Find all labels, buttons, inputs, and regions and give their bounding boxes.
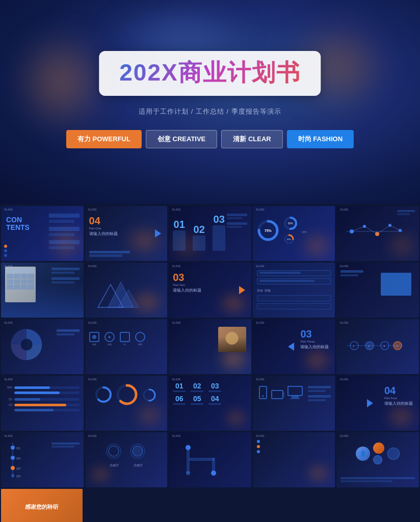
grid-row-5: SLIDE Q1 Q3 Q4 Q5 [1,432,419,487]
hero-blur-left [15,31,107,133]
thumb-r3t3[interactable]: SLIDE [169,319,251,374]
tag-creative[interactable]: 创意 CREATIVE [146,130,217,148]
hero-tags: 有力 POWERFUL 创意 CREATIVE 清新 CLEAR 时尚 FASH… [66,130,354,148]
tag-powerful[interactable]: 有力 POWERFUL [66,130,142,148]
thumb-r3t5[interactable]: SLIDE 1 2 3 4 [336,319,419,374]
thumb-label: SLIDE [4,321,13,324]
thumb-thanks[interactable]: 感谢您的聆听 [1,489,83,522]
thumb-r4t3[interactable]: SLIDE 01 02 03 06 05 04 [169,376,251,431]
contents-text: CONTENTS [6,216,30,232]
hero-title-box: 202X商业计划书 [99,51,321,96]
thumb-label: SLIDE [4,378,13,381]
thumb-r3t2[interactable]: SLIDE 标题 ★ 标题 [85,319,168,374]
svg-point-40 [11,474,14,477]
svg-point-48 [133,446,143,456]
thumb-r4t2[interactable]: SLIDE [85,376,168,431]
svg-point-20 [20,338,33,351]
thumb-label: SLIDE [172,321,180,324]
svg-text:Q1: Q1 [16,447,21,450]
thumb-label: SLIDE [256,434,265,437]
thumb-label: SLIDE [339,378,348,381]
thumb-r5t2[interactable]: SLIDE 关键字 关键字 [85,432,168,487]
thumb-r1t3[interactable]: SLIDE 01 02 03 [169,206,251,261]
thumb-label: SLIDE [339,434,348,437]
thumb-r2t5[interactable]: SLIDE [336,263,419,318]
thumb-label: SLIDE [4,208,13,211]
thumb-r1t1[interactable]: SLIDE CONTENTS [1,206,84,261]
thumb-r2t1[interactable]: SLIDE [1,263,84,318]
hero-subtitle: 适用于工作计划 / 工作总结 / 季度报告等演示 [139,107,281,116]
thumb-label: SLIDE [256,321,265,324]
grid-row-2: SLIDE SLIDE SLIDE 03 Pa [1,263,419,318]
hero-section: 202X商业计划书 适用于工作计划 / 工作总结 / 季度报告等演示 有力 PO… [0,0,420,204]
thumb-r4t1[interactable]: SLIDE 55% Q1 [1,376,84,431]
tag-clear[interactable]: 清新 CLEAR [221,130,282,148]
svg-point-46 [109,446,119,456]
thumb-label: SLIDE [256,378,265,381]
hero-title: 202X商业计划书 [119,57,300,89]
svg-text:Q5: Q5 [16,475,21,478]
thanks-text: 感谢您的聆听 [25,503,59,511]
svg-text:Q4: Q4 [16,467,21,470]
svg-line-15 [390,225,400,230]
svg-line-13 [364,226,377,234]
svg-line-12 [352,226,364,231]
svg-point-38 [11,456,15,460]
thumb-label: SLIDE [88,265,97,268]
thumb-label: SLIDE [339,265,348,268]
thumb-label: SLIDE [172,208,180,211]
tag-fashion[interactable]: 时尚 FASHION [287,130,354,148]
thumb-r5t4[interactable]: SLIDE [253,432,335,487]
thumb-label: SLIDE [172,265,180,268]
thumb-r2t3[interactable]: SLIDE 03 Part Two 请输入你的标题 [169,263,251,318]
thumb-label: SLIDE [4,265,13,268]
thumb-label: SLIDE [4,434,13,437]
grid-row-3: SLIDE SLIDE [1,319,419,374]
thumb-label: SLIDE [88,434,97,437]
thumb-label: SLIDE [88,378,97,381]
grid-row-last: 感谢您的聆听 [1,489,419,522]
thumb-r2t2[interactable]: SLIDE [85,263,168,318]
thumb-r4t5[interactable]: SLIDE 04 Part Four 请输入你的标题 [336,376,419,431]
thumb-r5t5[interactable]: SLIDE 👤 [336,432,419,487]
svg-rect-50 [189,458,215,461]
thumb-label: SLIDE [88,321,97,324]
thumb-r3t1[interactable]: SLIDE [1,319,84,374]
svg-line-14 [377,225,390,234]
svg-point-37 [11,446,15,450]
svg-point-39 [11,466,15,470]
grid-row-1: SLIDE CONTENTS [1,206,419,261]
svg-point-53 [211,471,216,476]
thumb-label: SLIDE [88,208,97,211]
svg-text:Q3: Q3 [16,457,21,460]
thumb-r5t3[interactable]: SLIDE [169,432,251,487]
thumb-r2t4[interactable]: SLIDE 添加 初稿 [253,263,335,318]
grid-row-4: SLIDE 55% Q1 [1,376,419,431]
svg-point-54 [186,471,190,475]
svg-text:1: 1 [353,345,355,348]
svg-text:3: 3 [383,345,385,348]
thumb-label: SLIDE [256,265,265,268]
thumb-label: SLIDE [339,208,348,211]
svg-point-52 [186,445,191,450]
thumb-r1t2[interactable]: SLIDE 04 Part One 请输入你的标题 [85,206,168,261]
thumb-r1t5[interactable]: SLIDE [336,206,419,261]
thumbnail-grid: SLIDE CONTENTS [0,204,420,522]
thumb-label: SLIDE [172,434,180,437]
thumb-label: SLIDE [339,321,348,324]
thumb-r4t4[interactable]: SLIDE [253,376,335,431]
thumb-label: SLIDE [172,378,180,381]
thumb-r5t1[interactable]: SLIDE Q1 Q3 Q4 Q5 [1,432,84,487]
thumb-r3t4[interactable]: SLIDE 03 Part Three 请输入你的标题 [253,319,335,374]
thumb-r1t4[interactable]: SLIDE 75% [253,206,335,261]
thumb-label: SLIDE [256,208,265,211]
